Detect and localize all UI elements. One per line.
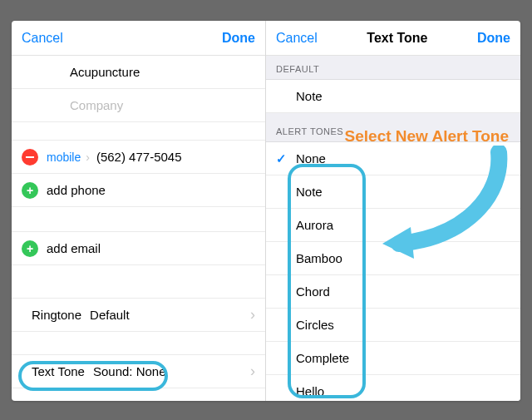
texttone-row[interactable]: Text Tone Sound: None › [12,355,265,388]
tone-label: Complete [296,351,349,365]
cancel-button[interactable]: Cancel [276,31,318,46]
tone-row[interactable]: Circles [266,309,520,342]
contact-content: Acupuncture Company mobile › (562) 477-5… [12,56,265,401]
tone-label: Note [296,89,323,103]
phone-type-label[interactable]: mobile [47,151,81,164]
add-phone-label: add phone [47,183,106,197]
tone-selected-row[interactable]: None [266,142,520,175]
tone-row[interactable]: Aurora [266,209,520,242]
contact-edit-pane: Cancel Done Acupuncture Company mobile ›… [12,21,266,401]
contact-name-value: Acupuncture [70,65,140,79]
chevron-right-icon: › [250,306,255,324]
done-button[interactable]: Done [477,31,510,46]
chevron-right-icon: › [250,363,255,380]
tone-default-row[interactable]: Note [266,80,520,113]
tone-label: None [296,151,326,166]
ringtone-value: Default [90,308,130,322]
section-header-default: DEFAULT [266,56,520,80]
navbar-left: Cancel Done [12,21,265,56]
tone-label: Chord [296,284,330,299]
tone-row[interactable]: Bamboo [266,242,520,275]
tone-row[interactable]: Complete [266,342,520,375]
add-email-icon[interactable] [22,240,38,257]
tone-row[interactable]: Chord [266,275,520,309]
add-email-row[interactable]: add email [12,232,265,265]
tone-content: DEFAULT Note ALERT TONES None NoteAurora… [266,56,520,401]
tone-label: Aurora [296,218,333,232]
done-button[interactable]: Done [222,31,255,46]
section-header-alert: ALERT TONES [266,113,520,142]
ringtone-label: Ringtone [32,308,81,322]
tone-row[interactable]: Note [266,175,520,209]
texttone-picker-pane: Cancel Text Tone Done DEFAULT Note ALERT… [266,21,520,401]
navbar-right: Cancel Text Tone Done [266,21,520,56]
remove-phone-icon[interactable] [22,149,38,166]
add-phone-icon[interactable] [22,182,38,199]
texttone-label: Text Tone [32,364,85,378]
tone-label: Bamboo [296,251,342,265]
texttone-value: Sound: None [93,364,166,378]
company-field[interactable]: Company [12,89,265,122]
page-title: Text Tone [367,31,427,46]
phone-row[interactable]: mobile › (562) 477-5045 [12,141,265,174]
cancel-button[interactable]: Cancel [22,31,63,46]
phone-number[interactable]: (562) 477-5045 [96,150,182,164]
tone-list: NoteAuroraBambooChordCirclesCompleteHell… [266,175,520,401]
contact-name-field[interactable]: Acupuncture [12,56,265,89]
tone-row[interactable]: Hello [266,375,520,401]
tone-label: Note [296,185,323,199]
company-placeholder: Company [70,98,123,112]
add-phone-row[interactable]: add phone [12,174,265,207]
ringtone-row[interactable]: Ringtone Default › [12,299,265,332]
add-email-label: add email [47,241,101,255]
tone-label: Hello [296,384,324,398]
chevron-right-icon: › [86,151,90,164]
tone-label: Circles [296,318,334,332]
